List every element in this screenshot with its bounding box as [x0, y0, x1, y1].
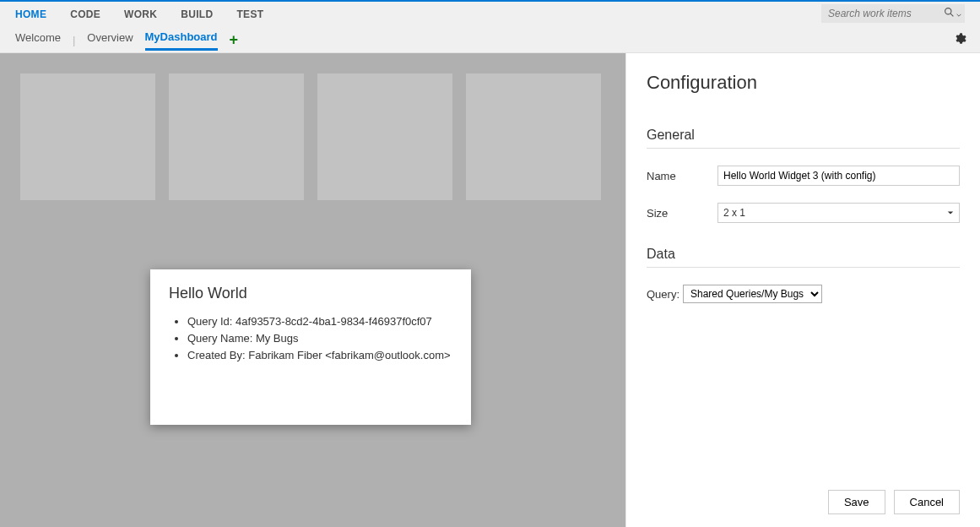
subnav-mydashboard[interactable]: MyDashboard: [145, 30, 218, 51]
name-label: Name: [647, 170, 717, 182]
hello-world-widget[interactable]: Hello World Query Id: 4af93573-8cd2-4ba1…: [150, 269, 471, 425]
chevron-down-icon: [947, 207, 954, 219]
field-row-name: Name: [647, 166, 960, 186]
section-general-header: General: [647, 128, 960, 149]
tile-placeholder[interactable]: [317, 73, 452, 200]
nav-secondary: Welcome | Overview MyDashboard +: [0, 27, 980, 52]
field-row-query: Query: Shared Queries/My Bugs: [647, 285, 960, 303]
widget-detail-item: Query Name: My Bugs: [187, 331, 452, 346]
section-data-header: Data: [647, 247, 960, 268]
widget-details-list: Query Id: 4af93573-8cd2-4ba1-9834-f46937…: [169, 314, 452, 364]
config-panel-title: Configuration: [647, 72, 960, 94]
subnav-divider: |: [73, 34, 75, 46]
field-row-size: Size 2 x 1: [647, 203, 960, 223]
save-button[interactable]: Save: [828, 490, 885, 514]
tile-row: [20, 73, 605, 200]
search-input[interactable]: [821, 4, 939, 23]
dashboard-canvas: Hello World Query Id: 4af93573-8cd2-4ba1…: [0, 53, 625, 527]
header: HOME CODE WORK BUILD TEST Welcome | Over…: [0, 2, 980, 53]
name-input[interactable]: [717, 166, 960, 186]
svg-point-0: [945, 8, 950, 14]
gear-icon: [953, 35, 966, 48]
nav-tab-home[interactable]: HOME: [15, 8, 46, 20]
nav-primary: HOME CODE WORK BUILD TEST: [0, 2, 980, 27]
add-dashboard-button[interactable]: +: [230, 32, 239, 47]
query-select[interactable]: Shared Queries/My Bugs: [683, 285, 822, 303]
settings-button[interactable]: [953, 32, 966, 48]
tile-placeholder[interactable]: [20, 73, 155, 200]
query-label: Query:: [647, 288, 680, 301]
content-area: Hello World Query Id: 4af93573-8cd2-4ba1…: [0, 53, 980, 527]
nav-tab-code[interactable]: CODE: [70, 8, 100, 20]
size-select[interactable]: 2 x 1: [717, 203, 960, 223]
search-container: [821, 4, 965, 23]
svg-line-1: [950, 14, 953, 16]
plus-icon: +: [230, 31, 239, 48]
nav-tab-test[interactable]: TEST: [236, 8, 263, 20]
configuration-panel: Configuration General Name Size 2 x 1 Da…: [625, 53, 980, 527]
nav-tab-work[interactable]: WORK: [124, 8, 157, 20]
tile-placeholder[interactable]: [466, 73, 601, 200]
nav-tab-build[interactable]: BUILD: [181, 8, 213, 20]
size-select-value: 2 x 1: [723, 207, 745, 219]
widget-detail-item: Created By: Fabrikam Fiber <fabrikam@out…: [187, 348, 452, 363]
cancel-button[interactable]: Cancel: [894, 490, 960, 514]
subnav-welcome[interactable]: Welcome: [15, 31, 61, 49]
tile-placeholder[interactable]: [169, 73, 304, 200]
search-button[interactable]: [939, 4, 965, 23]
size-label: Size: [647, 207, 717, 220]
subnav-overview[interactable]: Overview: [87, 31, 133, 49]
chevron-down-icon: [956, 8, 961, 20]
config-button-row: Save Cancel: [647, 490, 960, 514]
widget-title: Hello World: [169, 285, 452, 302]
search-icon: [944, 7, 955, 20]
widget-detail-item: Query Id: 4af93573-8cd2-4ba1-9834-f46937…: [187, 314, 452, 329]
